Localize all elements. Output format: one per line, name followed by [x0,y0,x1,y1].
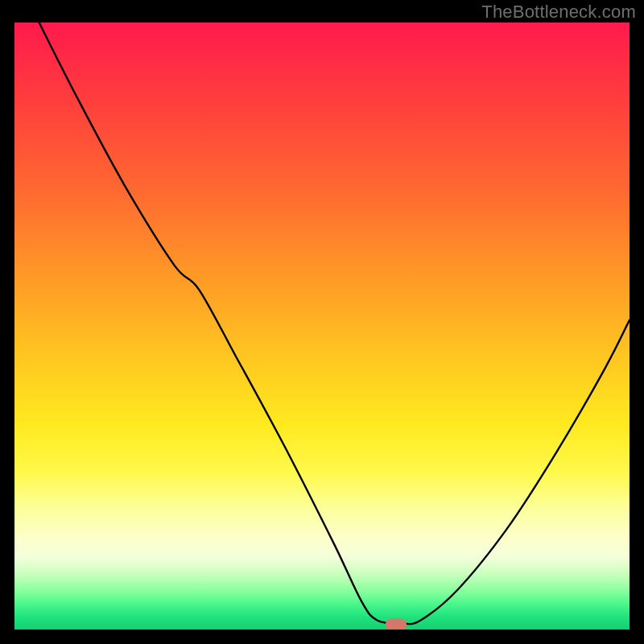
bottleneck-curve [14,23,630,630]
chart-frame: TheBottleneck.com [0,0,644,644]
watermark-text: TheBottleneck.com [481,2,636,23]
optimal-marker [386,618,407,630]
plot-area [14,23,630,630]
